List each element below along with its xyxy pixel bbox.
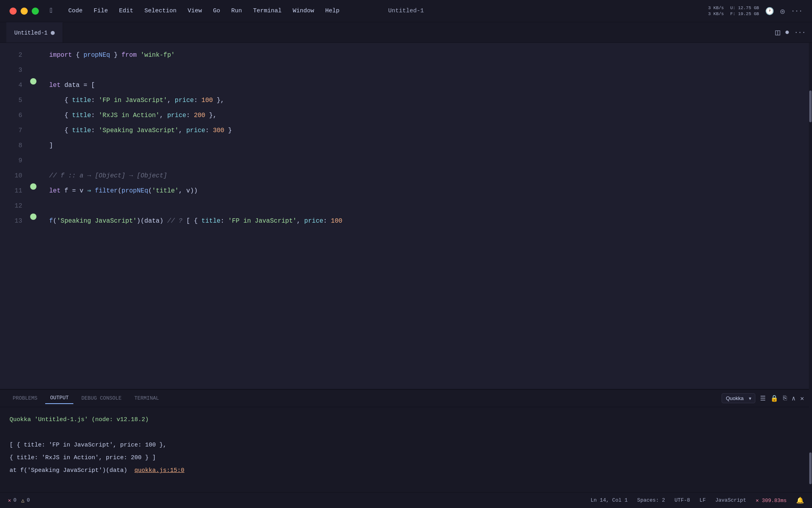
window-title: Untitled-1	[388, 8, 424, 14]
output-line3: [ { title: 'FP in JavaScript', price: 10…	[10, 439, 802, 452]
line-num-4: 4	[0, 78, 22, 93]
output-line2	[10, 426, 802, 439]
split-editor-icon[interactable]: ◫	[775, 27, 780, 37]
line-num-2: 2	[0, 48, 22, 63]
wifi-icon: ◎	[780, 7, 785, 15]
tab-output[interactable]: OUTPUT	[45, 393, 73, 404]
warning-icon: △	[21, 497, 25, 504]
line-num-12: 12	[0, 198, 22, 214]
tab-icons: ◫ ● ···	[775, 27, 806, 37]
error-icon: ✕	[8, 497, 11, 504]
output-line1: Quokka 'Untitled-1.js' (node: v12.18.2)	[10, 414, 802, 426]
breakpoint-line4[interactable]	[30, 78, 36, 85]
panel-content: Quokka 'Untitled-1.js' (node: v12.18.2) …	[0, 407, 812, 492]
apple-menu[interactable]: 	[45, 6, 59, 16]
panel-tabs: PROBLEMS OUTPUT DEBUG CONSOLE TERMINAL Q…	[0, 390, 812, 407]
editor-area: 2 3 4 5 6 7 8 9 10 11 12 13 import { pro…	[0, 43, 812, 389]
traffic-lights	[10, 8, 39, 15]
status-left: ✕ 0 △ 0	[8, 497, 30, 504]
line-numbers: 2 3 4 5 6 7 8 9 10 11 12 13	[0, 43, 29, 389]
language-indicator[interactable]: JavaScript	[715, 497, 746, 503]
breakpoint-line13[interactable]	[30, 214, 36, 220]
menu-selection[interactable]: Selection	[140, 6, 181, 16]
maximize-button[interactable]	[32, 8, 39, 15]
tab-unsaved-indicator	[51, 31, 55, 35]
line-num-10: 10	[0, 168, 22, 183]
panel-selector-wrapper: Quokka ▾	[722, 393, 755, 403]
menu-terminal[interactable]: Terminal	[248, 6, 286, 16]
breakpoint-line11[interactable]	[30, 183, 36, 190]
error-count: 0	[13, 497, 17, 503]
titlebar-right: 3 KB/s 3 KB/s U: 12.75 GB F: 19.25 GB 🕐 …	[708, 5, 802, 17]
warning-count: 0	[27, 497, 30, 503]
circle-icon[interactable]: ●	[785, 28, 789, 37]
lock-icon[interactable]: 🔒	[770, 394, 778, 402]
menu-go[interactable]: Go	[208, 6, 225, 16]
minimize-button[interactable]	[21, 8, 28, 15]
memory-free: F: 19.25 GB	[730, 11, 759, 17]
menu-window[interactable]: Window	[288, 6, 319, 16]
errors-indicator[interactable]: ✕ 0 △ 0	[8, 497, 30, 504]
menu-help[interactable]: Help	[320, 6, 344, 16]
network-speed: 3 KB/s	[708, 5, 724, 11]
menu-bar:  Code File Edit Selection View Go Run T…	[45, 6, 344, 16]
more-actions-icon[interactable]: ···	[794, 29, 806, 36]
quokka-link[interactable]: quokka.js:15:0	[134, 467, 184, 474]
menu-run[interactable]: Run	[226, 6, 247, 16]
tab-problems[interactable]: PROBLEMS	[8, 393, 42, 404]
timing-indicator: ✕ 309.83ms	[756, 497, 787, 504]
line-num-6: 6	[0, 108, 22, 123]
clock-icon: 🕐	[765, 7, 774, 15]
panel-controls: Quokka ▾ ☰ 🔒 ⎘ ∧ ✕	[722, 393, 804, 403]
tab-terminal[interactable]: TERMINAL	[130, 393, 164, 404]
titlebar:  Code File Edit Selection View Go Run T…	[0, 0, 812, 22]
code-editor[interactable]: import { propNEq } from 'wink-fp' let da…	[40, 43, 809, 389]
menu-view[interactable]: View	[183, 6, 207, 16]
encoding-indicator[interactable]: UTF-8	[674, 497, 690, 503]
line-num-3: 3	[0, 63, 22, 78]
output-line5: at f('Speaking JavaScript')(data) quokka…	[10, 464, 802, 477]
editor-scrollbar[interactable]	[809, 43, 812, 389]
panel-scrollbar[interactable]	[809, 389, 812, 492]
menu-edit[interactable]: Edit	[114, 6, 138, 16]
tab-debug-console[interactable]: DEBUG CONSOLE	[77, 393, 126, 404]
line-num-11: 11	[0, 183, 22, 198]
statusbar: ✕ 0 △ 0 Ln 14, Col 1 Spaces: 2 UTF-8 LF …	[0, 492, 812, 508]
line-num-9: 9	[0, 153, 22, 168]
output-line4: { title: 'RxJS in Action', price: 200 } …	[10, 452, 802, 464]
cursor-position[interactable]: Ln 14, Col 1	[590, 497, 628, 503]
titlebar-left:  Code File Edit Selection View Go Run T…	[10, 6, 344, 16]
close-button[interactable]	[10, 8, 17, 15]
menu-extras-icon: ···	[791, 8, 802, 15]
spaces-indicator[interactable]: Spaces: 2	[637, 497, 665, 503]
tab-label: Untitled-1	[14, 30, 48, 36]
sys-info: 3 KB/s 3 KB/s	[708, 5, 724, 17]
close-panel-icon[interactable]: ✕	[800, 394, 804, 402]
line-num-8: 8	[0, 138, 22, 153]
editor-gutter	[29, 43, 40, 389]
menu-code[interactable]: Code	[63, 6, 87, 16]
eol-indicator[interactable]: LF	[699, 497, 706, 503]
tab-untitled[interactable]: Untitled-1	[6, 22, 63, 42]
tabbar: Untitled-1 ◫ ● ···	[0, 22, 812, 43]
network-speed2: 3 KB/s	[708, 11, 724, 17]
panel-scrollbar-thumb[interactable]	[809, 452, 812, 484]
status-right: Ln 14, Col 1 Spaces: 2 UTF-8 LF JavaScri…	[590, 496, 804, 504]
scrollbar-thumb[interactable]	[809, 90, 812, 122]
line-num-13: 13	[0, 214, 22, 229]
memory-info: U: 12.75 GB F: 19.25 GB	[730, 5, 759, 17]
output-selector[interactable]: Quokka	[722, 393, 755, 403]
line-num-5: 5	[0, 93, 22, 108]
output-panel: PROBLEMS OUTPUT DEBUG CONSOLE TERMINAL Q…	[0, 389, 812, 492]
notification-icon[interactable]: 🔔	[796, 496, 804, 504]
memory-used: U: 12.75 GB	[730, 5, 759, 11]
list-icon[interactable]: ☰	[760, 394, 766, 402]
menu-file[interactable]: File	[89, 6, 113, 16]
collapse-panel-icon[interactable]: ∧	[792, 394, 796, 402]
line-num-7: 7	[0, 123, 22, 138]
copy-panel-icon[interactable]: ⎘	[783, 395, 787, 402]
